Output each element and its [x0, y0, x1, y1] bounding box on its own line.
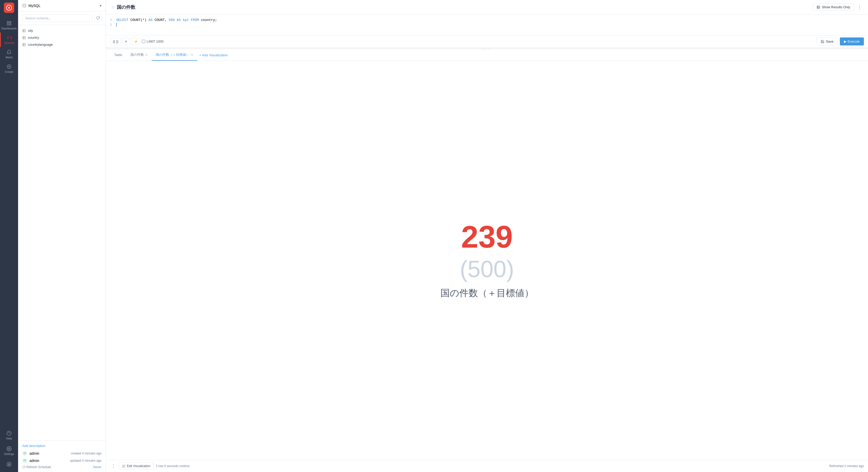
- code-icon: [7, 35, 12, 40]
- tab-kpi1[interactable]: 国の件数 ×: [126, 49, 152, 61]
- star-icon[interactable]: ☆: [111, 5, 115, 9]
- table-icon-city: [22, 29, 26, 33]
- nav-bottom: Help Settings: [0, 428, 18, 469]
- user-avatar-nav[interactable]: [0, 459, 18, 469]
- database-icon: [22, 4, 26, 8]
- refresh-schedule-label: Refresh Schedule: [26, 465, 51, 469]
- format-label: {{ }}: [113, 39, 118, 43]
- limit-checkbox[interactable]: [142, 40, 145, 43]
- sidebar-item-alerts[interactable]: Alerts: [0, 47, 18, 61]
- refresh-icon: [96, 16, 100, 20]
- indent-button[interactable]: ≡: [122, 38, 130, 45]
- schema-search-area: [18, 11, 106, 25]
- tab-kpi2[interactable]: 国の件数（＋目標値） ×: [152, 49, 197, 61]
- editor-area: 1 SELECT COUNT(*) AS COUNT, 500 AS kpi F…: [106, 14, 868, 48]
- results-tabs: Table 国の件数 × 国の件数（＋目標値） × + Add Visualiz…: [106, 49, 868, 61]
- schema-list: city country countrylanguage: [18, 25, 106, 440]
- tab-table[interactable]: Table: [110, 50, 126, 60]
- execute-button[interactable]: ▶ Execute: [840, 37, 864, 45]
- tab-table-label: Table: [114, 53, 122, 57]
- code-line-1: 1 SELECT COUNT(*) AS COUNT, 500 AS kpi F…: [106, 18, 868, 23]
- create-label: Create: [5, 70, 13, 73]
- code-line-2: 2: [106, 23, 868, 27]
- add-viz-label: + Add Visualization: [199, 53, 227, 57]
- code-editor[interactable]: 1 SELECT COUNT(*) AS COUNT, 500 AS kpi F…: [106, 14, 868, 35]
- code-content-1: SELECT COUNT(*) AS COUNT, 500 AS kpi FRO…: [116, 18, 864, 22]
- refresh-schedule-label-area: Refresh Schedule: [22, 465, 51, 469]
- code-text-2: COUNT,: [154, 18, 169, 22]
- svg-rect-13: [23, 29, 26, 32]
- tab-kpi1-label: 国の件数: [130, 53, 144, 57]
- tab-kpi1-close[interactable]: ×: [146, 53, 148, 57]
- main-content: ☆ 国の件数 Show Results Only ⋮ 1: [106, 0, 868, 472]
- sidebar-item-create[interactable]: Create: [0, 61, 18, 76]
- svg-rect-17: [23, 36, 26, 39]
- kw-from: FROM: [191, 18, 199, 22]
- kpi-main-value: 239: [461, 221, 513, 252]
- grid-icon: [6, 21, 11, 26]
- schema-item-country[interactable]: country: [18, 34, 106, 41]
- autocomplete-label: ⚡: [134, 39, 138, 43]
- save-label: Save: [826, 39, 834, 43]
- meta-user-created: admin: [29, 451, 39, 455]
- title-area: ☆ 国の件数: [111, 4, 135, 10]
- refreshed-status: Refreshed 2 minutes ago: [829, 464, 864, 468]
- queries-label: Queries: [4, 41, 14, 44]
- sidebar-item-dashboards[interactable]: Dashboards: [0, 18, 18, 33]
- format-button[interactable]: {{ }}: [110, 38, 121, 45]
- limit-label: LIMIT 1000: [147, 39, 164, 43]
- sidebar-item-settings[interactable]: Settings: [0, 444, 18, 458]
- code-text-4: country;: [201, 18, 217, 22]
- schema-item-city-label: city: [28, 29, 33, 33]
- help-icon: [6, 431, 11, 436]
- add-description-link[interactable]: Add description: [22, 444, 101, 448]
- svg-point-30: [24, 460, 24, 461]
- refresh-never-link[interactable]: Never: [93, 465, 101, 469]
- tab-kpi2-label: 国の件数（＋目標値）: [156, 53, 189, 57]
- meta-row-created: admin created 4 minutes ago: [22, 451, 101, 456]
- autocomplete-button[interactable]: ⚡: [131, 38, 141, 45]
- meta-user-updated: admin: [29, 459, 39, 463]
- more-options-button[interactable]: ⋮: [856, 3, 863, 11]
- db-selector[interactable]: MySQL ▾: [22, 4, 101, 8]
- top-bar: ☆ 国の件数 Show Results Only ⋮: [106, 0, 868, 14]
- tab-kpi2-close[interactable]: ×: [191, 53, 193, 57]
- admin-avatar-updated: [22, 458, 27, 463]
- meta-row-updated: admin updated 4 minutes ago: [22, 458, 101, 463]
- user-circle-icon: [6, 462, 11, 467]
- status-more-button[interactable]: ⋮: [110, 462, 117, 470]
- schema-item-country-label: country: [28, 36, 39, 39]
- svg-rect-1: [7, 22, 9, 23]
- schema-item-countrylanguage-label: countrylanguage: [28, 42, 53, 46]
- svg-point-29: [23, 459, 27, 463]
- svg-rect-21: [23, 43, 26, 46]
- chevron-down-icon: ▾: [100, 4, 101, 8]
- status-left: ⋮ Edit Visualization 1 row 0 seconds run…: [110, 462, 190, 470]
- meta-action-updated: updated 4 minutes ago: [70, 459, 101, 463]
- kpi-target-value: (500): [460, 257, 514, 281]
- help-label: Help: [6, 437, 12, 440]
- schema-refresh-button[interactable]: [94, 14, 101, 22]
- show-results-button[interactable]: Show Results Only: [813, 3, 854, 11]
- add-visualization-tab[interactable]: + Add Visualization: [197, 50, 230, 60]
- sidebar-item-help[interactable]: Help: [0, 428, 18, 443]
- save-button[interactable]: Save: [816, 37, 838, 45]
- table-icon-country: [22, 36, 26, 39]
- schema-search-input[interactable]: [22, 14, 92, 22]
- alerts-label: Alerts: [5, 56, 13, 59]
- refresh-schedule-icon: [22, 466, 25, 469]
- schema-item-countrylanguage[interactable]: countrylanguage: [18, 41, 106, 48]
- app-logo: [4, 3, 14, 13]
- gear-icon: [6, 446, 11, 451]
- kw-select: SELECT: [116, 18, 128, 22]
- limit-check: LIMIT 1000: [142, 39, 164, 43]
- refresh-schedule-row: Refresh Schedule Never: [22, 465, 101, 469]
- plus-icon: [6, 64, 11, 69]
- save-icon: [821, 40, 824, 43]
- toolbar-left: {{ }} ≡ ⚡ LIMIT 1000: [110, 38, 163, 45]
- edit-visualization-button[interactable]: Edit Visualization: [119, 463, 154, 469]
- editor-toolbar: {{ }} ≡ ⚡ LIMIT 1000: [106, 35, 868, 48]
- db-selector-header: MySQL ▾: [18, 0, 106, 11]
- sidebar-item-queries[interactable]: Queries: [0, 33, 18, 47]
- schema-item-city[interactable]: city: [18, 27, 106, 34]
